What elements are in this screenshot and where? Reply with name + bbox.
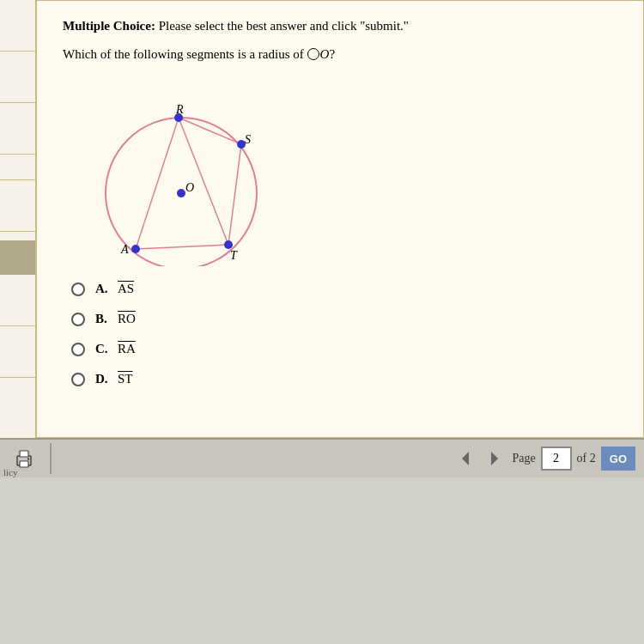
svg-line-1 <box>136 118 179 249</box>
sidebar-active-area <box>0 240 35 275</box>
svg-point-8 <box>177 189 185 197</box>
svg-line-5 <box>228 144 241 245</box>
next-page-button[interactable] <box>483 447 507 471</box>
option-label-c: C. <box>95 342 111 356</box>
left-sidebar <box>0 0 36 438</box>
radio-d[interactable] <box>71 373 85 386</box>
question-text: Which of the following segments is a rad… <box>63 45 617 64</box>
page-number-input[interactable] <box>541 447 572 471</box>
svg-text:A: A <box>120 243 129 256</box>
answer-option-a: A. AS <box>71 282 617 296</box>
question-prefix: Which of the following segments is a rad… <box>63 47 307 61</box>
toolbar-right: Page of 2 GO <box>453 447 635 471</box>
question-suffix: ? <box>329 47 335 61</box>
option-label-d: D. <box>95 372 111 386</box>
question-header: Multiple Choice: Please select the best … <box>63 16 617 36</box>
svg-point-9 <box>131 245 140 253</box>
instruction-text: Please select the best answer and click … <box>155 19 409 33</box>
sidebar-item-5 <box>0 275 35 326</box>
svg-text:T: T <box>230 249 238 262</box>
radio-b[interactable] <box>71 313 85 326</box>
sidebar-item-2 <box>0 52 35 103</box>
multiple-choice-label: Multiple Choice: <box>63 19 155 33</box>
option-value-d: ST <box>118 372 133 386</box>
circle-o-symbol <box>307 48 319 60</box>
answer-option-c: C. RA <box>71 342 617 356</box>
svg-marker-20 <box>462 452 469 465</box>
option-value-b: RO <box>118 312 136 326</box>
of-total-label: of 2 <box>577 452 596 465</box>
circle-label: O <box>320 47 330 61</box>
radio-c[interactable] <box>71 343 85 356</box>
svg-text:R: R <box>175 103 184 116</box>
svg-rect-18 <box>20 451 28 457</box>
svg-point-10 <box>224 240 233 249</box>
svg-text:S: S <box>245 133 251 146</box>
option-value-c: RA <box>118 342 136 356</box>
next-arrow-icon <box>485 449 504 468</box>
svg-line-4 <box>136 245 228 249</box>
svg-text:O: O <box>185 181 194 194</box>
sidebar-item-1 <box>0 0 35 52</box>
svg-marker-21 <box>491 452 498 465</box>
toolbar-divider <box>50 443 52 474</box>
go-button[interactable]: GO <box>601 447 635 471</box>
page-label: Page <box>512 452 535 465</box>
gray-bottom-area <box>0 477 644 641</box>
prev-page-button[interactable] <box>453 447 477 471</box>
answer-option-b: B. RO <box>71 312 617 326</box>
prev-arrow-icon <box>456 449 475 468</box>
radio-a[interactable] <box>71 283 85 296</box>
bottom-toolbar: licy Page of 2 GO <box>0 438 644 477</box>
option-label-b: B. <box>95 312 111 326</box>
diagram-container: R S O A T <box>88 77 617 266</box>
policy-text: licy <box>0 467 21 477</box>
answer-options: A. AS B. RO C. RA D. ST <box>71 282 617 386</box>
option-value-a: AS <box>118 282 134 296</box>
svg-rect-17 <box>20 461 28 467</box>
answer-option-d: D. ST <box>71 372 617 386</box>
main-content-area: Multiple Choice: Please select the best … <box>36 0 644 438</box>
option-label-a: A. <box>95 282 111 296</box>
sidebar-item-3 <box>0 103 35 155</box>
sidebar-item-4 <box>0 180 35 232</box>
svg-point-19 <box>27 458 29 459</box>
sidebar-item-6 <box>0 326 35 378</box>
geometry-diagram: R S O A T <box>88 77 277 266</box>
